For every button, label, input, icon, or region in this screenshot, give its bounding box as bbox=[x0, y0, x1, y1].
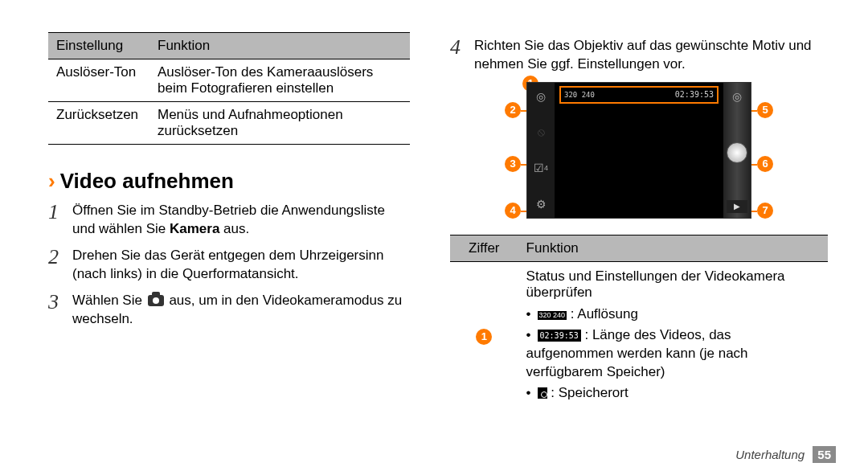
page-number: 55 bbox=[813, 446, 836, 463]
step-number: 4 bbox=[450, 37, 474, 74]
play-button-icon: ▶ bbox=[727, 200, 747, 213]
record-button-icon bbox=[727, 142, 747, 163]
step-4: 4 Richten Sie das Objektiv auf das gewün… bbox=[450, 37, 828, 74]
chevron-icon: › bbox=[48, 169, 55, 194]
ziffer-header-func: Funktion bbox=[518, 235, 828, 261]
ziffer-header-num: Ziffer bbox=[450, 235, 518, 261]
settings-table: Einstellung Funktion Auslöser-Ton Auslös… bbox=[48, 32, 410, 145]
switch-mode-icon: ◎ bbox=[728, 88, 746, 105]
disabled-icon: ⦸ bbox=[532, 124, 550, 141]
settings-row2-func: Menüs und Aufnahmeoptionen zurücksetzen bbox=[149, 102, 410, 145]
ziffer-row1-num: 1 bbox=[450, 261, 518, 411]
status-bar: 320 240 02:39:53 bbox=[559, 86, 719, 104]
resolution-icon: 320 240 bbox=[538, 311, 567, 320]
step-1-text: Öffnen Sie im Standby-Betrieb die Anwend… bbox=[72, 202, 410, 239]
left-toolbar: ◎ ⦸ ☑4 ⚙ bbox=[527, 83, 555, 218]
callout-4: 4 bbox=[505, 203, 521, 219]
step-number: 2 bbox=[48, 247, 72, 284]
settings-header-setting: Einstellung bbox=[48, 33, 149, 59]
right-toolbar: ◎ ▶ bbox=[723, 83, 751, 218]
time-indicator: 02:39:53 bbox=[675, 90, 714, 99]
settings-icon: ⚙ bbox=[532, 195, 550, 213]
ziffer-row1-func: Status und Einstellungen der Videokamera… bbox=[518, 261, 828, 411]
step-4-text: Richten Sie das Objektiv auf das gewünsc… bbox=[474, 37, 828, 74]
camera-illustration: 1 2 3 4 5 6 7 ◎ ⦸ ☑4 ⚙ 320 240 02:39:53 … bbox=[506, 82, 772, 219]
footer-section: Unterhaltung bbox=[735, 448, 805, 461]
step-2: 2 Drehen Sie das Gerät entgegen dem Uhrz… bbox=[48, 247, 410, 284]
callout-2: 2 bbox=[505, 102, 521, 118]
ziffer-table: Ziffer Funktion 1 Status und Einstellung… bbox=[450, 235, 828, 412]
callout-3: 3 bbox=[505, 156, 521, 172]
section-title: Video aufnehmen bbox=[60, 169, 234, 194]
settings-row1-setting: Auslöser-Ton bbox=[48, 59, 149, 102]
storage-icon bbox=[538, 387, 547, 399]
page-footer: Unterhaltung 55 bbox=[735, 448, 836, 461]
section-heading: › Video aufnehmen bbox=[48, 169, 410, 194]
camera-screen: ◎ ⦸ ☑4 ⚙ 320 240 02:39:53 ◎ ▶ bbox=[526, 82, 751, 219]
step-number: 3 bbox=[48, 292, 72, 329]
bullet-list: 320 240 : Auflösung 02:39:53 : Länge des… bbox=[526, 305, 820, 403]
callout-5: 5 bbox=[757, 102, 773, 118]
settings-header-function: Funktion bbox=[149, 33, 410, 59]
callout-7: 7 bbox=[757, 203, 773, 219]
step-3-text: Wählen Sie aus, um in den Videokameramod… bbox=[72, 292, 410, 329]
step-3: 3 Wählen Sie aus, um in den Videokameram… bbox=[48, 292, 410, 329]
step-1: 1 Öffnen Sie im Standby-Betrieb die Anwe… bbox=[48, 202, 410, 239]
settings-row1-func: Auslöser-Ton des Kameraauslösers beim Fo… bbox=[149, 59, 410, 102]
exposure-icon: ☑4 bbox=[532, 159, 550, 177]
resolution-indicator: 320 240 bbox=[564, 92, 595, 98]
time-icon: 02:39:53 bbox=[538, 330, 581, 342]
step-2-text: Drehen Sie das Gerät entgegen dem Uhrzei… bbox=[72, 247, 410, 284]
settings-row2-setting: Zurücksetzen bbox=[48, 102, 149, 145]
callout-6: 6 bbox=[757, 156, 773, 172]
mode-icon: ◎ bbox=[532, 88, 550, 105]
camera-icon bbox=[148, 295, 164, 306]
badge-1: 1 bbox=[476, 329, 492, 345]
step-number: 1 bbox=[48, 202, 72, 239]
